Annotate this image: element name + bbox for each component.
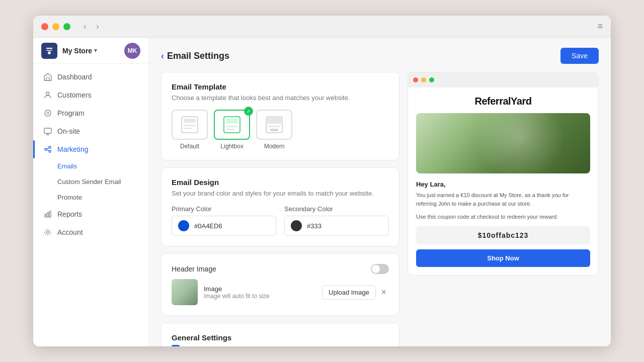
content-area: ‹ Email Settings Save Email Template Cho… [149, 38, 611, 346]
menu-icon[interactable]: ≡ [597, 21, 603, 32]
template-check-icon: ✓ [244, 107, 253, 116]
home-icon [43, 72, 52, 81]
save-button[interactable]: Save [560, 48, 599, 64]
sidebar-subitem-promote[interactable]: Promote [33, 190, 148, 205]
template-option-modern[interactable]: Modern [256, 110, 292, 150]
avatar: MK [124, 43, 140, 59]
preview-hero-img-inner [416, 113, 590, 173]
svg-point-4 [47, 112, 49, 114]
svg-rect-16 [184, 128, 192, 129]
preview-greeting: Hey Lara, [416, 180, 590, 188]
share-icon [43, 145, 52, 154]
upload-image-button[interactable]: Upload Image [322, 285, 376, 300]
store-chevron-icon: ▾ [94, 47, 97, 54]
svg-rect-10 [47, 213, 49, 217]
preview-body-text: You just earned a €10 discount at My Sto… [416, 191, 590, 208]
secondary-color-input[interactable]: #333 [284, 216, 389, 236]
sidebar-item-onsite[interactable]: On-site [33, 122, 148, 140]
template-label-modern: Modern [264, 143, 285, 150]
header-image-toggle[interactable] [371, 264, 389, 274]
template-label-default: Default [180, 143, 199, 150]
color-row: Primary Color #0A4ED6 Secondary Color [172, 205, 389, 236]
preview-tl-green [429, 77, 434, 82]
svg-point-6 [49, 146, 51, 148]
back-link[interactable]: ‹ Email Settings [161, 51, 229, 61]
primary-color-field: Primary Color #0A4ED6 [172, 205, 276, 236]
fullscreen-traffic-light[interactable] [63, 23, 70, 30]
email-preview-window: ReferralYard Hey Lara, You just earned a… [408, 72, 599, 276]
sidebar-item-customers[interactable]: Customers [33, 86, 148, 104]
svg-rect-24 [270, 129, 278, 131]
secondary-color-label: Secondary Color [284, 205, 389, 213]
sidebar-item-dashboard[interactable]: Dashboard [33, 68, 148, 86]
page-title: Email Settings [167, 51, 229, 61]
checkbox-row: ✓ Disable ReferralYard Branding [172, 345, 389, 346]
sidebar-label-reports: Reports [57, 210, 82, 218]
template-option-lightbox[interactable]: ✓ Lightbox [214, 110, 250, 150]
svg-point-8 [49, 150, 51, 152]
email-design-card: Email Design Set your brand color and st… [161, 167, 399, 246]
store-name-button[interactable]: My Store ▾ [62, 47, 97, 55]
svg-rect-20 [226, 129, 234, 130]
image-thumbnail [172, 279, 198, 305]
template-option-default[interactable]: Default [172, 110, 208, 150]
primary-color-value: #0A4ED6 [194, 222, 222, 230]
image-thumbnail-inner [172, 279, 198, 305]
svg-point-7 [45, 148, 47, 150]
template-icon-modern [256, 110, 292, 140]
preview-coupon-code: $10offabc123 [416, 226, 590, 244]
primary-color-input[interactable]: #0A4ED6 [172, 216, 276, 236]
general-settings-card: General Settings ✓ Disable ReferralYard … [161, 323, 399, 346]
sidebar-label-dashboard: Dashboard [57, 73, 92, 81]
sidebar-label-customers: Customers [57, 91, 92, 99]
minimize-traffic-light[interactable] [52, 23, 59, 30]
sidebar-label-program: Program [57, 109, 85, 117]
general-settings-title: General Settings [172, 333, 389, 342]
svg-rect-18 [226, 119, 238, 124]
sidebar-label-onsite: On-site [57, 127, 80, 135]
sidebar-subitem-custom-sender[interactable]: Custom Sender Email [33, 174, 148, 190]
primary-color-swatch [178, 220, 189, 231]
marketing-submenu: Emails Custom Sender Email Promote [33, 158, 148, 205]
titlebar: ‹ › ≡ [33, 16, 611, 38]
preview-titlebar [408, 72, 598, 87]
close-traffic-light[interactable] [41, 23, 48, 30]
preview-tl-yellow [421, 77, 426, 82]
app-body: My Store ▾ MK Dashboard [33, 38, 611, 346]
preview-brand-name: ReferralYard [416, 96, 590, 107]
shop-now-button[interactable]: Shop Now [416, 249, 590, 267]
image-preview-row: Image Image will auto fit to size Upload… [172, 279, 389, 305]
disable-branding-checkbox[interactable]: ✓ [172, 345, 180, 346]
svg-rect-5 [44, 128, 51, 133]
settings-column: Email Template Choose a template that lo… [161, 72, 399, 346]
sidebar-item-marketing[interactable]: Marketing [33, 140, 148, 158]
page-header: ‹ Email Settings Save [161, 48, 599, 64]
upload-close-icon[interactable]: ✕ [379, 286, 389, 298]
sidebar-item-account[interactable]: Account [33, 223, 148, 241]
image-name: Image [204, 285, 316, 293]
bar-chart-icon [43, 210, 52, 219]
svg-point-3 [45, 110, 51, 116]
person-icon [43, 90, 52, 100]
svg-rect-14 [184, 119, 196, 123]
preview-hero-image [416, 113, 590, 173]
svg-rect-9 [45, 214, 46, 217]
sidebar-item-program[interactable]: Program [33, 104, 148, 122]
monitor-icon [43, 127, 52, 136]
sidebar-item-reports[interactable]: Reports [33, 205, 148, 223]
email-design-subtitle: Set your brand color and styles for your… [172, 190, 389, 197]
header-image-card: Header Image Image Image will auto fit t… [161, 253, 399, 316]
sidebar: Dashboard Customers [33, 64, 148, 346]
image-info: Image Image will auto fit to size [204, 285, 316, 300]
sidebar-label-account: Account [57, 228, 83, 236]
forward-button[interactable]: › [93, 21, 102, 32]
svg-rect-19 [226, 126, 238, 127]
preview-body: ReferralYard Hey Lara, You just earned a… [408, 87, 598, 275]
store-header: My Store ▾ MK [33, 38, 148, 64]
svg-rect-22 [266, 117, 282, 124]
back-button[interactable]: ‹ [80, 21, 89, 32]
email-template-subtitle: Choose a template that looks best and ma… [172, 94, 389, 102]
image-hint: Image will auto fit to size [204, 293, 316, 300]
sidebar-subitem-emails[interactable]: Emails [33, 158, 148, 174]
preview-body-text2: Use this coupon code at checkout to rede… [416, 213, 590, 221]
